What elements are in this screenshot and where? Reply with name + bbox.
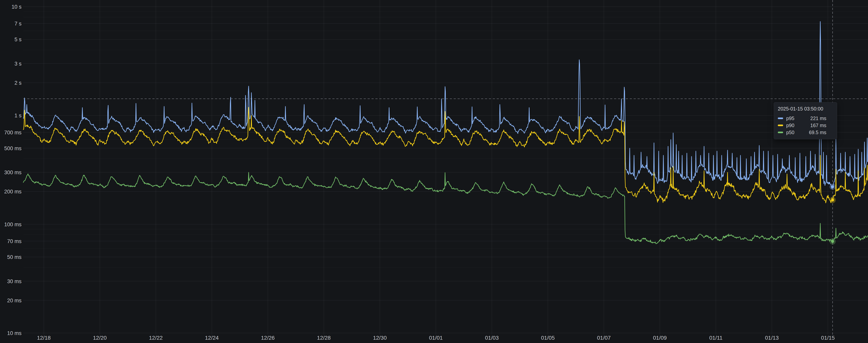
x-axis-label: 01/07 <box>597 335 611 341</box>
tooltip-row-p90: p90 167 ms <box>778 122 833 129</box>
x-axis-label: 12/30 <box>373 335 387 341</box>
y-axis-label: 10 ms <box>7 330 22 336</box>
series-line-p50 <box>23 172 868 244</box>
x-axis-label: 01/03 <box>485 335 499 341</box>
x-axis-label: 12/28 <box>317 335 331 341</box>
y-axis-label: 100 ms <box>4 222 22 227</box>
tooltip-row-p95: p95 221 ms <box>778 115 833 122</box>
series-lines <box>23 22 868 244</box>
latency-chart-panel: 10 s7 s5 s3 s2 s1 s700 ms500 ms300 ms200… <box>0 0 868 343</box>
x-axis-label: 12/18 <box>37 335 51 341</box>
y-axis-label: 30 ms <box>7 278 22 284</box>
p90-series-marker-icon <box>778 125 783 126</box>
y-axis-label: 3 s <box>14 61 22 67</box>
y-axis-label: 200 ms <box>4 189 22 194</box>
x-axis-labels: 12/1812/2012/2212/2412/2612/2812/3001/01… <box>37 335 835 341</box>
grid-lines <box>23 0 868 335</box>
tooltip-row-p50: p50 69.5 ms <box>778 129 833 136</box>
x-axis-label: 12/20 <box>93 335 106 341</box>
p50-series-marker-icon <box>778 132 783 133</box>
tooltip-series-label: p95 <box>786 116 795 121</box>
y-axis-label: 70 ms <box>7 238 22 244</box>
hover-tooltip: 2025-01-15 03:50:00 p95 221 ms p90 167 m… <box>774 102 837 139</box>
y-axis-label: 10 s <box>11 4 22 10</box>
y-axis-label: 700 ms <box>4 130 22 135</box>
x-axis-label: 12/22 <box>149 335 163 341</box>
y-axis-label: 5 s <box>14 37 22 42</box>
x-axis-label: 01/13 <box>765 335 779 341</box>
y-axis-label: 20 ms <box>7 298 22 304</box>
tooltip-series-value: 167 ms <box>810 123 826 128</box>
x-axis-label: 01/15 <box>821 335 835 341</box>
x-axis-label: 12/26 <box>261 335 275 341</box>
latency-chart[interactable]: 10 s7 s5 s3 s2 s1 s700 ms500 ms300 ms200… <box>0 0 868 343</box>
grafana-latency-panel: { "panel": { "background": "#141619", "g… <box>0 0 868 343</box>
series-line-p95 <box>23 22 868 188</box>
series-line-p90 <box>23 107 868 203</box>
x-axis-label: 01/09 <box>653 335 667 341</box>
p95-series-marker-icon <box>778 118 783 119</box>
y-axis-label: 2 s <box>14 80 22 86</box>
y-axis-label: 1 s <box>14 113 22 119</box>
x-axis-label: 01/05 <box>541 335 555 341</box>
x-axis-label: 12/24 <box>205 335 219 341</box>
tooltip-series-value: 69.5 ms <box>809 130 826 135</box>
tooltip-series-label: p50 <box>786 130 795 135</box>
tooltip-series-value: 221 ms <box>810 116 826 121</box>
x-axis-label: 01/01 <box>429 335 443 341</box>
y-axis-label: 7 s <box>14 21 22 27</box>
x-axis-label: 01/11 <box>709 335 722 341</box>
tooltip-timestamp: 2025-01-15 03:50:00 <box>778 106 833 112</box>
y-axis-label: 500 ms <box>4 146 22 151</box>
crosshair <box>23 0 868 335</box>
tooltip-series-label: p90 <box>786 123 795 128</box>
y-axis-labels: 10 s7 s5 s3 s2 s1 s700 ms500 ms300 ms200… <box>4 4 22 336</box>
y-axis-label: 300 ms <box>4 169 22 176</box>
y-axis-label: 50 ms <box>7 254 22 260</box>
